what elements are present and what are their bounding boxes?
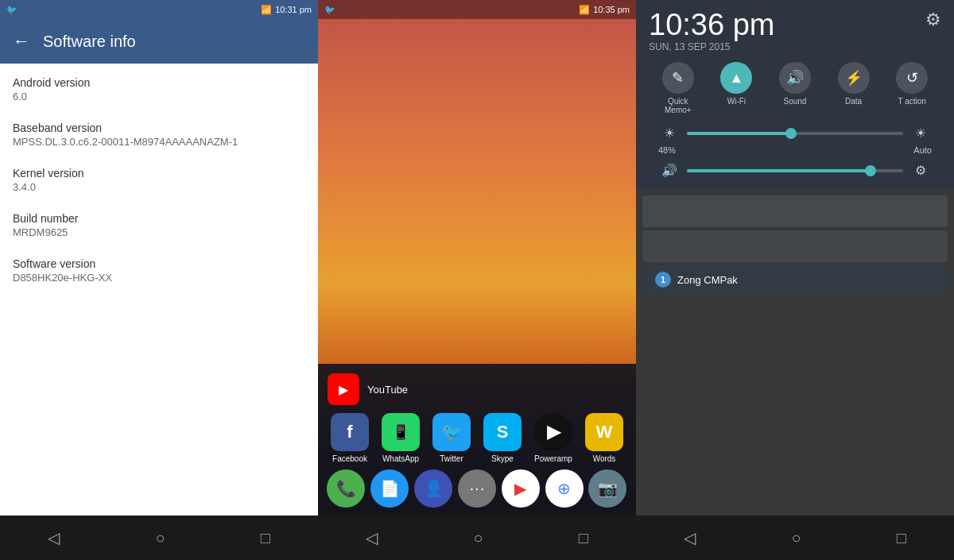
tile-label: Wi-Fi: [727, 97, 746, 106]
app-item[interactable]: WWords: [580, 413, 628, 463]
app-icon: 🐦: [432, 413, 471, 451]
notifications-list: 1 Zong CMPak: [636, 189, 954, 516]
info-label: Baseband version: [13, 122, 305, 134]
info-value: 6.0: [13, 91, 305, 102]
home-nav-icon[interactable]: ○: [155, 529, 165, 547]
youtube-play-icon: ▶: [339, 382, 348, 397]
phone-icon[interactable]: 📞: [327, 469, 365, 508]
back-nav-icon-3[interactable]: ◁: [684, 528, 696, 547]
app-label: Facebook: [332, 454, 367, 463]
current-time: 10:36 pm: [649, 10, 774, 40]
all-apps-icon[interactable]: ⋯: [458, 469, 496, 508]
dock-area: ▶ YouTube fFacebook📱WhatsApp🐦TwitterSSky…: [318, 364, 636, 516]
back-button[interactable]: ←: [13, 31, 30, 52]
notification-item-1: [642, 195, 948, 227]
volume-slider-row: 🔊 ⚙: [649, 158, 941, 183]
volume-thumb: [865, 165, 876, 176]
info-section: Build numberMRDM9625: [13, 212, 305, 241]
back-nav-icon-2[interactable]: ◁: [366, 528, 378, 547]
info-value: D858HK20e-HKG-XX: [13, 272, 305, 284]
info-label: Android version: [13, 76, 305, 89]
settings-icon[interactable]: ⚙: [925, 10, 941, 30]
signal-icon-2: 📶: [579, 5, 590, 15]
tile-label: Quick Memo+: [665, 97, 692, 114]
youtube-row: ▶ YouTube: [318, 370, 636, 410]
quick-tile[interactable]: ✎Quick Memo+: [662, 62, 694, 114]
volume-settings-icon[interactable]: ⚙: [909, 163, 932, 178]
time-panel2: 10:35 pm: [593, 5, 630, 14]
software-info-content: Android version6.0Baseband versionMPSS.D…: [0, 64, 318, 516]
volume-track[interactable]: [687, 169, 903, 172]
info-section: Baseband versionMPSS.DL.3.0.c6.2-00011-M…: [13, 122, 305, 151]
brightness-fill: [687, 132, 791, 135]
docs-icon[interactable]: 📄: [370, 469, 409, 508]
apps-row: fFacebook📱WhatsApp🐦TwitterSSkype▶Poweram…: [318, 410, 636, 466]
info-label: Software version: [13, 257, 305, 270]
tile-icon: ↺: [896, 62, 928, 94]
current-date: SUN, 13 SEP 2015: [649, 41, 774, 52]
quick-tile[interactable]: ⚡Data: [838, 62, 870, 114]
page-title: Software info: [43, 33, 136, 51]
quick-settings-panel: 10:36 pm SUN, 13 SEP 2015 ⚙ ✎Quick Memo+…: [636, 0, 954, 189]
brightness-track[interactable]: [687, 132, 903, 135]
app-item[interactable]: ▶Poweramp: [529, 413, 577, 463]
app-label: Poweramp: [534, 454, 572, 463]
notification-item-2: [642, 230, 948, 262]
recents-nav-icon[interactable]: □: [261, 529, 270, 547]
info-label: Build number: [13, 212, 305, 225]
home-nav-icon-2[interactable]: ○: [473, 529, 483, 547]
info-value: MPSS.DL.3.0.c6.2-00011-M8974AAAAANAZM-1: [13, 136, 305, 148]
app-icon: S: [483, 413, 522, 451]
info-value: 3.4.0: [13, 181, 305, 193]
brightness-slider-row: ☀ ☀: [649, 121, 941, 145]
bottom-dock: 📞 📄 👤 ⋯ ▶ ⊕ 📷: [318, 466, 636, 512]
zong-badge: 1: [655, 272, 671, 288]
info-value: MRDM9625: [13, 226, 305, 238]
play-store-icon[interactable]: ▶: [502, 469, 540, 508]
statusbar-panel2: 🐦 📶 10:35 pm: [318, 0, 636, 19]
info-label: Kernel version: [13, 167, 305, 180]
brightness-thumb: [785, 128, 797, 139]
navbar-panel2: ◁ ○ □: [318, 516, 636, 560]
tile-label: Data: [845, 97, 862, 106]
app-label: Words: [593, 454, 616, 463]
brightness-auto-label: Auto: [913, 145, 932, 155]
brightness-percent: 48%: [658, 145, 676, 155]
contacts-icon[interactable]: 👤: [414, 469, 452, 508]
app-item[interactable]: 🐦Twitter: [428, 413, 475, 463]
time-panel1: 10:31 pm: [275, 5, 312, 14]
info-section: Kernel version3.4.0: [13, 167, 305, 196]
tile-label: T action: [898, 97, 925, 106]
app-item[interactable]: SSkype: [479, 413, 526, 463]
quick-tile[interactable]: ▲Wi-Fi: [720, 62, 752, 114]
app-icon: 📱: [382, 413, 420, 451]
youtube-label: YouTube: [367, 384, 408, 396]
navbar-panel3: ◁ ○ □: [636, 516, 954, 560]
home-screen-panel: 🐦 📶 10:35 pm ▶ YouTube fFacebook📱WhatsAp…: [318, 0, 636, 560]
volume-fill: [687, 169, 871, 172]
camera-icon[interactable]: 📷: [588, 469, 626, 508]
zong-notification[interactable]: 1 Zong CMPak: [642, 265, 948, 294]
recents-nav-icon-3[interactable]: □: [897, 529, 906, 547]
twitter-icon: 🐦: [6, 5, 17, 15]
home-nav-icon-3[interactable]: ○: [791, 529, 801, 547]
zong-label: Zong CMPak: [677, 274, 738, 286]
tile-icon: ⚡: [838, 62, 870, 94]
back-nav-icon[interactable]: ◁: [48, 528, 60, 547]
app-icon: f: [331, 413, 369, 451]
tile-label: Sound: [784, 97, 807, 106]
recents-nav-icon-2[interactable]: □: [579, 529, 588, 547]
app-item[interactable]: fFacebook: [326, 413, 374, 463]
tile-icon: 🔊: [779, 62, 811, 94]
brightness-auto-icon: ☀: [909, 126, 932, 141]
app-item[interactable]: 📱WhatsApp: [377, 413, 425, 463]
tile-icon: ▲: [720, 62, 752, 94]
chrome-icon[interactable]: ⊕: [545, 469, 584, 508]
app-label: Skype: [491, 454, 514, 463]
panel1-header: ← Software info: [0, 19, 318, 64]
youtube-icon[interactable]: ▶: [328, 373, 359, 405]
notification-panel: 10:36 pm SUN, 13 SEP 2015 ⚙ ✎Quick Memo+…: [636, 0, 954, 560]
quick-tile[interactable]: 🔊Sound: [779, 62, 811, 114]
app-label: Twitter: [440, 454, 463, 463]
quick-tile[interactable]: ↺T action: [896, 62, 928, 114]
